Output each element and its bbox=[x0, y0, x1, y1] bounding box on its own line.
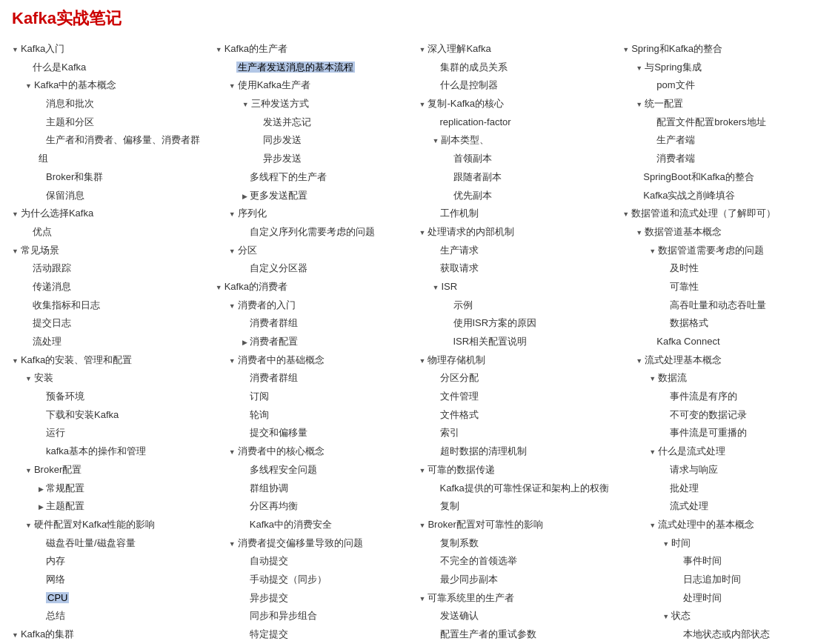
item-label[interactable]: 集群的成员关系 bbox=[440, 62, 508, 73]
item-label[interactable]: Kafka的集群 bbox=[21, 628, 74, 640]
item-label[interactable]: 事件流是有序的 bbox=[670, 391, 737, 402]
item-label[interactable]: 网络 bbox=[46, 574, 65, 585]
item-label[interactable]: 请求与响应 bbox=[670, 464, 718, 475]
item-label[interactable]: 什么是流式处理 bbox=[658, 445, 725, 457]
list-item[interactable]: ▶最少同步副本 bbox=[419, 571, 617, 589]
item-label[interactable]: 多线程下的生产者 bbox=[250, 171, 327, 182]
list-item[interactable]: ▶传递消息 bbox=[12, 278, 210, 296]
item-label[interactable]: 与Spring集成 bbox=[645, 62, 702, 73]
list-item[interactable]: 主题配置 bbox=[12, 497, 210, 516]
list-item[interactable]: ▶特定提交 bbox=[216, 625, 413, 644]
item-label[interactable]: 跟随者副本 bbox=[453, 171, 502, 182]
list-item[interactable]: ▶ISR相关配置说明 bbox=[419, 333, 617, 351]
item-label[interactable]: 消费者配置 bbox=[250, 336, 298, 347]
list-item[interactable]: Kafka的生产者 bbox=[216, 40, 413, 59]
list-item[interactable]: ▶磁盘吞吐量/磁盘容量 bbox=[12, 534, 210, 553]
item-label[interactable]: 传递消息 bbox=[33, 281, 71, 292]
item-label[interactable]: 不完全的首领选举 bbox=[440, 555, 517, 566]
item-label[interactable]: 最少同步副本 bbox=[440, 574, 498, 585]
item-label[interactable]: 什么是控制器 bbox=[440, 79, 498, 90]
item-label[interactable]: Broker配置 bbox=[34, 464, 82, 475]
list-item[interactable]: ▶消费者端 bbox=[622, 150, 820, 168]
list-item[interactable]: 数据管道需要考虑的问题 bbox=[622, 242, 820, 260]
item-label[interactable]: 流式处理中的基本概念 bbox=[658, 519, 754, 530]
item-label[interactable]: 消费者端 bbox=[656, 153, 695, 164]
list-item[interactable]: 复制-Kafka的核心 bbox=[419, 95, 617, 113]
item-label[interactable]: 提交和偏移量 bbox=[250, 427, 307, 438]
list-item[interactable]: ▶运行 bbox=[12, 424, 210, 442]
item-label[interactable]: 事件流是可重播的 bbox=[670, 427, 747, 438]
list-item[interactable]: ▶主题和分区 bbox=[12, 113, 210, 132]
list-item[interactable]: ▶本地状态或内部状态 bbox=[622, 625, 820, 644]
list-item[interactable]: 什么是流式处理 bbox=[622, 442, 820, 461]
item-label[interactable]: Kafka的消费者 bbox=[225, 281, 287, 292]
list-item[interactable]: ▶pom文件 bbox=[622, 76, 820, 95]
list-item[interactable]: 副本类型、 bbox=[419, 131, 617, 150]
item-label[interactable]: 数据管道需要考虑的问题 bbox=[658, 245, 764, 256]
item-label[interactable]: 数据格式 bbox=[670, 317, 708, 328]
item-label[interactable]: 处理时间 bbox=[683, 592, 722, 603]
item-label[interactable]: 超时数据的清理机制 bbox=[440, 445, 527, 457]
list-item[interactable]: ▶跟随者副本 bbox=[419, 168, 617, 187]
item-label[interactable]: 安装 bbox=[34, 372, 53, 383]
list-item[interactable]: ▶流处理 bbox=[12, 333, 210, 351]
item-label[interactable]: 群组协调 bbox=[250, 482, 288, 494]
item-label[interactable]: 异步提交 bbox=[250, 592, 288, 603]
item-label[interactable]: ISR相关配置说明 bbox=[453, 336, 528, 347]
item-label[interactable]: 常见场景 bbox=[21, 245, 59, 256]
item-label[interactable]: 示例 bbox=[453, 299, 473, 311]
item-label[interactable]: 时间 bbox=[671, 537, 691, 548]
list-item[interactable]: ▶配置生产者的重试参数 bbox=[419, 625, 617, 644]
item-label[interactable]: Kafka中的消费安全 bbox=[250, 519, 332, 530]
list-item[interactable]: ▶轮询 bbox=[216, 406, 413, 425]
item-label[interactable]: 三种发送方式 bbox=[251, 98, 309, 109]
item-label[interactable]: replication-factor bbox=[440, 116, 511, 127]
item-label[interactable]: 分区 bbox=[238, 245, 257, 256]
list-item[interactable]: 可靠系统里的生产者 bbox=[419, 589, 617, 608]
item-label[interactable]: ISR bbox=[441, 281, 457, 292]
item-label[interactable]: pom文件 bbox=[656, 79, 694, 90]
list-item[interactable]: 统一配置 bbox=[622, 95, 820, 113]
item-label[interactable]: 本地状态或内部状态 bbox=[683, 628, 770, 640]
list-item[interactable]: ▶同步发送 bbox=[216, 131, 413, 150]
list-item[interactable]: 消费者配置 bbox=[216, 333, 413, 351]
list-item[interactable]: ▶Kafka实战之削峰填谷 bbox=[622, 187, 820, 205]
list-item[interactable]: 可靠的数据传递 bbox=[419, 461, 617, 479]
list-item[interactable]: ▶Kafka中的消费安全 bbox=[216, 516, 413, 534]
list-item[interactable]: ▶活动跟踪 bbox=[12, 259, 210, 278]
item-label[interactable]: 保留消息 bbox=[46, 190, 84, 201]
list-item[interactable]: ▶高吞吐量和动态吞吐量 bbox=[622, 296, 820, 315]
item-label[interactable]: 配置文件配置brokers地址 bbox=[656, 116, 765, 127]
item-label[interactable]: 物理存储机制 bbox=[428, 354, 485, 365]
list-item[interactable]: ▶获取请求 bbox=[419, 259, 617, 278]
list-item[interactable]: ▶不完全的首领选举 bbox=[419, 552, 617, 571]
list-item[interactable]: ▶事件流是可重播的 bbox=[622, 424, 820, 442]
item-label[interactable]: 手动提交（同步） bbox=[250, 574, 327, 585]
list-item[interactable]: 常规配置 bbox=[12, 479, 210, 498]
item-label[interactable]: 统一配置 bbox=[645, 98, 683, 109]
item-label[interactable]: 消费者提交偏移量导致的问题 bbox=[238, 537, 363, 548]
list-item[interactable]: 三种发送方式 bbox=[216, 95, 413, 113]
list-item[interactable]: 安装 bbox=[12, 369, 210, 388]
list-item[interactable]: Broker配置 bbox=[12, 461, 210, 479]
item-label[interactable]: 文件管理 bbox=[440, 391, 479, 402]
list-item[interactable]: ▶流式处理 bbox=[622, 497, 820, 516]
item-label[interactable]: 同步和异步组合 bbox=[250, 610, 317, 621]
item-label[interactable]: Kafka Connect bbox=[656, 336, 719, 347]
item-label[interactable]: Spring和Kafka的整合 bbox=[631, 43, 722, 54]
list-item[interactable]: ▶提交和偏移量 bbox=[216, 424, 413, 442]
list-item[interactable]: ▶工作机制 bbox=[419, 205, 617, 223]
list-item[interactable]: ▶日志追加时间 bbox=[622, 571, 820, 589]
item-label[interactable]: 高吞吐量和动态吞吐量 bbox=[670, 299, 766, 311]
list-item[interactable]: 物理存储机制 bbox=[419, 351, 617, 370]
item-label[interactable]: 深入理解Kafka bbox=[428, 43, 491, 54]
item-label[interactable]: 获取请求 bbox=[440, 262, 479, 273]
item-label[interactable]: Kafka的生产者 bbox=[225, 43, 287, 54]
item-label[interactable]: 硬件配置对Kafka性能的影响 bbox=[34, 519, 155, 530]
item-label[interactable]: 提交日志 bbox=[33, 317, 71, 328]
list-item[interactable]: ▶文件管理 bbox=[419, 388, 617, 406]
item-label[interactable]: 生产者端 bbox=[656, 134, 695, 145]
list-item[interactable]: 硬件配置对Kafka性能的影响 bbox=[12, 516, 210, 534]
item-label[interactable]: 流式处理 bbox=[670, 500, 708, 511]
list-item[interactable]: ▶下载和安装Kafka bbox=[12, 406, 210, 425]
